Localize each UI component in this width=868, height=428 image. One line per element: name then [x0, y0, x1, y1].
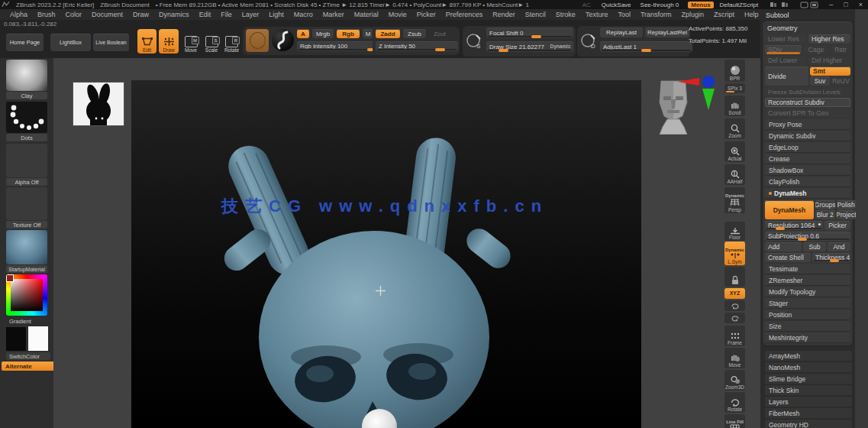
- lightbox-button[interactable]: LightBox: [50, 34, 91, 51]
- section-size[interactable]: Size: [765, 321, 850, 332]
- secondary-color-swatch[interactable]: [28, 326, 48, 351]
- picker-button[interactable]: Picker: [824, 221, 850, 230]
- section-edgeloop[interactable]: EdgeLoop: [765, 142, 850, 153]
- menu-movie[interactable]: Movie: [389, 11, 407, 18]
- del-higher-button[interactable]: Del Higher: [808, 56, 850, 65]
- rstr-button[interactable]: Rstr: [831, 45, 850, 54]
- axis-gizmo[interactable]: [676, 75, 724, 112]
- smt-button[interactable]: Smt: [810, 66, 850, 76]
- cage-button[interactable]: Cage: [803, 45, 829, 54]
- geometry-header[interactable]: Geometry: [765, 24, 850, 34]
- actual-button[interactable]: Actual: [724, 141, 745, 162]
- section-claypolish[interactable]: ClayPolish: [765, 177, 850, 187]
- maximize-button[interactable]: □: [844, 1, 847, 8]
- persp-button[interactable]: Dynamic Persp: [724, 187, 745, 213]
- dynamesh-button[interactable]: DynaMesh: [765, 200, 814, 219]
- scale-button[interactable]: S Scale: [202, 29, 221, 54]
- menu-alpha[interactable]: Alpha: [10, 11, 27, 18]
- document-canvas[interactable]: 技艺CG www.qdnxxfb.cn: [131, 80, 641, 428]
- divide-button[interactable]: Divide: [765, 66, 808, 86]
- menus-button[interactable]: Menus: [688, 2, 713, 8]
- section-dynamic-subdiv[interactable]: Dynamic Subdiv: [765, 131, 850, 141]
- menu-dynamics[interactable]: Dynamics: [159, 11, 189, 18]
- polish-button[interactable]: Polish: [837, 200, 857, 209]
- rotate3d-button[interactable]: Rotate: [724, 392, 745, 413]
- main-color-swatch[interactable]: [6, 327, 26, 351]
- add-button[interactable]: Add: [765, 242, 802, 251]
- menu-macro[interactable]: Macro: [294, 11, 313, 18]
- suv-button[interactable]: Suv: [810, 76, 830, 86]
- color-picker[interactable]: [6, 274, 47, 316]
- menu-help[interactable]: Help: [744, 11, 759, 18]
- draw-button[interactable]: Draw: [159, 29, 179, 54]
- alpha-thumbnail[interactable]: [6, 144, 47, 177]
- menu-tool[interactable]: Tool: [618, 11, 631, 18]
- zoom3d-button[interactable]: Zoom3D: [724, 370, 745, 391]
- edit-button[interactable]: Edit: [137, 29, 156, 54]
- lower-res-button[interactable]: Lower Res: [765, 34, 807, 44]
- default-zscript-button[interactable]: DefaultZScript: [720, 2, 759, 8]
- subprojection-slider[interactable]: SubProjection 0.6: [765, 232, 850, 241]
- stroke-thumbnail-dots[interactable]: [6, 102, 47, 133]
- zcut-button[interactable]: Zcut: [429, 29, 450, 38]
- adjust-last-slider[interactable]: AdjustLast 1: [600, 41, 692, 52]
- texture-thumbnail[interactable]: [6, 187, 47, 220]
- project-button[interactable]: Project: [837, 210, 857, 219]
- rgb-intensity-slider[interactable]: Rgb Intensity 100: [297, 41, 382, 51]
- sub-button[interactable]: Sub: [803, 242, 826, 251]
- menu-marker[interactable]: Marker: [323, 11, 344, 18]
- subtool-header[interactable]: Subtool: [760, 9, 855, 21]
- reuv-button[interactable]: ReUV: [831, 76, 850, 86]
- polyframe-button[interactable]: Line Fill PolyF: [724, 414, 745, 428]
- dynamic-toggle[interactable]: Dynamic: [548, 42, 573, 50]
- menu-transform[interactable]: Transform: [641, 11, 672, 18]
- resolution-slider[interactable]: Resolution 1064: [765, 221, 823, 230]
- higher-res-button[interactable]: Higher Res: [808, 34, 850, 44]
- menu-color[interactable]: Color: [66, 11, 82, 18]
- current-stroke-sphere[interactable]: [272, 29, 294, 51]
- menu-material[interactable]: Material: [354, 11, 379, 18]
- menu-stroke[interactable]: Stroke: [556, 11, 576, 18]
- groups-button[interactable]: Groups: [815, 200, 835, 209]
- curve-mode-icon[interactable]: D: [579, 32, 598, 50]
- menu-render[interactable]: Render: [492, 11, 515, 18]
- menu-brush[interactable]: Brush: [37, 11, 56, 18]
- aahalf-button[interactable]: AAHalf: [724, 164, 745, 185]
- reconstruct-subdiv-button[interactable]: Reconstruct Subdiv: [765, 98, 850, 107]
- convert-bpr-button[interactable]: Convert BPR To Geo: [765, 109, 850, 118]
- menu-texture[interactable]: Texture: [586, 11, 608, 18]
- and-button[interactable]: And: [828, 242, 850, 251]
- rgb-button[interactable]: Rgb: [337, 29, 360, 38]
- floor-button[interactable]: Floor: [724, 222, 745, 241]
- menu-stencil[interactable]: Stencil: [525, 11, 546, 18]
- menu-picker[interactable]: Picker: [417, 11, 436, 18]
- section-modify-topology[interactable]: Modify Topology: [765, 287, 850, 297]
- section-position[interactable]: Position: [765, 310, 850, 320]
- create-shell-button[interactable]: Create Shell: [765, 253, 811, 262]
- rotate-y-icon[interactable]: [724, 300, 745, 311]
- zsub-button[interactable]: Zsub: [403, 29, 426, 38]
- zoom-button[interactable]: Zoom: [724, 118, 745, 139]
- section-shadowbox[interactable]: ShadowBox: [765, 165, 850, 176]
- palette-slime-bridge[interactable]: Slime Bridge: [765, 374, 852, 384]
- menu-document[interactable]: Document: [92, 11, 123, 18]
- menu-draw[interactable]: Draw: [133, 11, 149, 18]
- sdiv-slider[interactable]: SDiv: [765, 45, 802, 54]
- menu-file[interactable]: File: [221, 11, 232, 18]
- local-symmetry-button[interactable]: Dynamic L.Sym: [724, 242, 745, 265]
- menu-edit[interactable]: Edit: [199, 11, 211, 18]
- spix-slider[interactable]: SPix 3: [724, 83, 745, 93]
- menu-zscript[interactable]: Zscript: [714, 11, 734, 18]
- frame-button[interactable]: Frame: [724, 326, 745, 346]
- move-canvas-button[interactable]: Move: [724, 348, 745, 368]
- window-config-icons[interactable]: [800, 2, 820, 8]
- menu-zplugin[interactable]: Zplugin: [682, 11, 705, 18]
- section-stager[interactable]: Stager: [765, 298, 850, 309]
- palette-geometry-hd[interactable]: Geometry HD: [765, 420, 852, 428]
- section-dynamesh[interactable]: DynaMesh: [765, 188, 850, 199]
- alpha-chip[interactable]: A: [297, 29, 309, 38]
- m-button[interactable]: M: [363, 29, 373, 38]
- section-crease[interactable]: Crease: [765, 154, 850, 164]
- stroke-icon[interactable]: S: [465, 32, 483, 50]
- switch-color-label[interactable]: SwitchColor: [6, 352, 50, 360]
